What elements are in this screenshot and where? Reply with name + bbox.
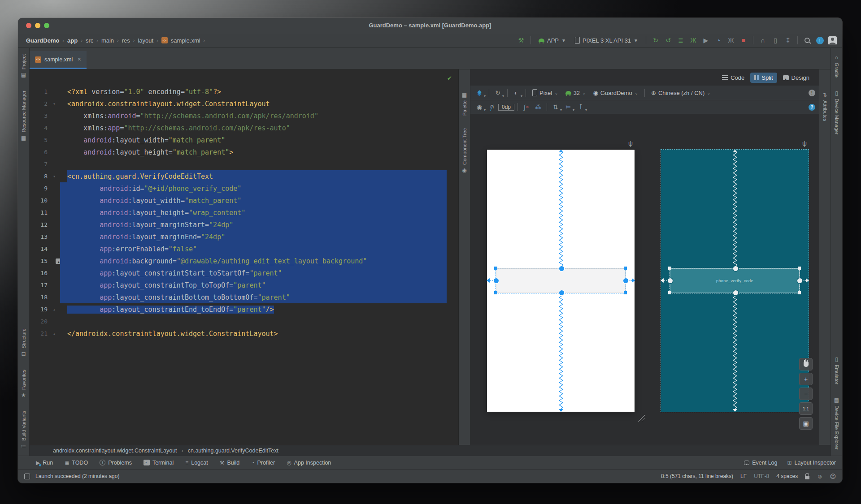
zoom-actual-size-button[interactable]: 1:1 [799, 402, 813, 415]
tab-component-tree[interactable]: Component Tree ◉ [462, 128, 467, 173]
code-line-1[interactable]: 1<?xml version="1.0" encoding="utf-8"?> [30, 86, 458, 98]
happy-feedback-icon[interactable]: ☺ [817, 473, 822, 480]
code-line-15[interactable]: 15▲ android:background="@drawable/authin… [30, 255, 458, 267]
code-line-19[interactable]: 19▴ app:layout_constraintEnd_toEndOf="pa… [30, 303, 458, 315]
toolwindow-todo[interactable]: ≣TODO [65, 460, 88, 466]
tab-sample-xml[interactable]: <> sample.xml ✕ [30, 51, 87, 69]
help-icon[interactable]: ? [809, 104, 815, 111]
zoom-to-fit-button[interactable]: ▣ [799, 417, 813, 430]
apply-code-changes-icon[interactable]: ≣ [675, 35, 686, 45]
view-options-icon[interactable]: ◉ [474, 102, 485, 112]
sidebar-item-device-manager[interactable]: ▯Device Manager [834, 90, 839, 134]
code-line-5[interactable]: 5 android:layout_width="match_parent" [30, 134, 458, 146]
sidebar-item-structure[interactable]: Structure⊟ [21, 328, 26, 357]
toolwindow-build[interactable]: ⚒Build [220, 460, 240, 466]
design-surface[interactable]: ψψphone_verify_code+−1:1▣ [470, 114, 819, 445]
design-surface-select-icon[interactable]: ◆ [474, 87, 485, 97]
caret-position[interactable]: 8:5 (571 chars, 11 line breaks) [661, 473, 733, 479]
breadcrumb-item-app[interactable]: app [67, 37, 78, 44]
constraint-anchor[interactable] [668, 278, 673, 283]
code-line-16[interactable]: 16 app:layout_constraintStart_toStartOf=… [30, 267, 458, 279]
breadcrumb-item-sample-xml[interactable]: sample.xml [171, 37, 200, 44]
minimize-window-button[interactable] [35, 23, 40, 28]
xml-breadcrumb-item[interactable]: cn.authing.guard.VerifyCodeEditText [188, 448, 278, 454]
resize-handle[interactable] [798, 291, 801, 294]
code-line-21[interactable]: 21▴</androidx.constraintlayout.widget.Co… [30, 327, 458, 340]
constraint-anchor[interactable] [623, 278, 628, 283]
night-mode-icon[interactable]: ◐ [511, 88, 522, 98]
constraint-anchor[interactable] [494, 278, 499, 283]
toolwindow-layout-inspector[interactable]: ⊞Layout Inspector [787, 460, 836, 466]
toolwindow-profiler[interactable]: ◔Profiler [251, 460, 275, 466]
sync-project-gradle-icon[interactable]: ∩ [757, 35, 768, 45]
resize-handle[interactable] [624, 267, 627, 270]
write-access-lock-icon[interactable] [805, 476, 809, 479]
preview-default-device[interactable]: ψ [487, 150, 635, 412]
align-icon[interactable]: ⊨ [563, 102, 574, 112]
code-line-6[interactable]: 6 android:layout_height="match_parent"> [30, 146, 458, 158]
infer-constraints-icon[interactable]: ⁂ [533, 102, 544, 112]
zoom-out-button[interactable]: − [799, 388, 813, 400]
toolwindow-run[interactable]: ▶Run [36, 460, 53, 466]
profiler-icon[interactable]: ◔ [713, 35, 724, 45]
autoconnect-off-icon[interactable]: ∪ [487, 102, 497, 112]
code-line-10[interactable]: 10 android:layout_width="match_parent" [30, 194, 458, 207]
zoom-in-button[interactable]: + [799, 373, 813, 385]
resize-handle[interactable] [798, 267, 801, 270]
code-line-3[interactable]: 3 xmlns:android="http://schemas.android.… [30, 110, 458, 122]
resize-handle[interactable] [624, 291, 627, 294]
resize-handle[interactable] [668, 267, 671, 270]
zoom-window-button[interactable] [44, 23, 49, 28]
target-device-select[interactable]: PIXEL 3 XL API 31 ▼ [571, 35, 642, 46]
tab-palette[interactable]: ▦ Palette [462, 92, 467, 116]
issue-panel-icon[interactable]: ! [809, 90, 815, 96]
indent-indicator[interactable]: 4 spaces [776, 473, 798, 479]
fold-marker-icon[interactable]: ▾ [53, 174, 56, 179]
debug-icon[interactable]: Ж [688, 35, 699, 45]
fold-marker-icon[interactable]: ▾ [53, 101, 56, 106]
constraint-anchor[interactable] [559, 266, 564, 271]
xml-breadcrumb-item[interactable]: androidx.constraintlayout.widget.Constra… [53, 448, 177, 454]
breadcrumb-item-res[interactable]: res [122, 37, 130, 44]
code-line-9[interactable]: 9 android:id="@+id/phone_verify_code" [30, 182, 458, 194]
clear-constraints-icon[interactable]: ∫✕ [521, 102, 532, 112]
fold-marker-icon[interactable]: ▴ [53, 331, 56, 336]
default-margin-select[interactable]: 0dp [498, 104, 514, 111]
canvas-resize-grip[interactable] [638, 414, 645, 422]
fold-marker-icon[interactable]: ▴ [53, 307, 56, 312]
close-tab-icon[interactable]: ✕ [77, 56, 81, 62]
run-configuration-select[interactable]: APP ▼ [535, 35, 570, 46]
tab-attributes[interactable]: ⇅ Attributes [822, 92, 828, 121]
code-line-2[interactable]: 2▾<androidx.constraintlayout.widget.Cons… [30, 98, 458, 110]
stop-icon[interactable]: ■ [738, 35, 749, 45]
inspection-ok-icon[interactable]: ✔ [447, 75, 452, 82]
profile-avatar-icon[interactable] [827, 35, 838, 45]
mode-split-button[interactable]: Split [750, 73, 777, 83]
close-window-button[interactable] [26, 23, 31, 28]
sidebar-item-build-variants[interactable]: Build Variants≔ [21, 411, 26, 449]
line-ending-indicator[interactable]: LF [740, 473, 747, 479]
breadcrumb-item-src[interactable]: src [86, 37, 93, 44]
resize-handle[interactable] [494, 291, 497, 294]
guidelines-icon[interactable]: I [575, 102, 586, 112]
attach-debugger-icon[interactable]: Ж [726, 35, 736, 45]
resize-handle[interactable] [494, 267, 497, 270]
breadcrumb-item-guarddemo[interactable]: GuardDemo [26, 37, 59, 44]
pan-tool-button[interactable] [799, 358, 813, 370]
breadcrumb-item-main[interactable]: main [101, 37, 114, 44]
toolwindow-problems[interactable]: !Problems [100, 460, 132, 466]
tool-window-switcher-icon[interactable] [24, 474, 30, 479]
code-line-12[interactable]: 12 android:layout_marginStart="24dp" [30, 219, 458, 231]
code-line-18[interactable]: 18 app:layout_constraintBottom_toBottomO… [30, 291, 458, 303]
locale-select[interactable]: ⊕ Chinese (zh / CN) ⌄ [648, 90, 714, 96]
toolwindow-app-inspection[interactable]: ◎App Inspection [287, 460, 331, 466]
sidebar-item-device-file-explorer[interactable]: ▤Device File Explorer [834, 397, 839, 449]
apply-changes-icon[interactable]: ↺ [663, 35, 674, 45]
toolwindow-logcat[interactable]: ≡Logcat [185, 460, 208, 466]
orientation-icon[interactable]: ↻ [492, 88, 503, 98]
code-line-4[interactable]: 4 xmlns:app="http://schemas.android.com/… [30, 122, 458, 134]
device-for-preview-select[interactable]: Pixel ⌄ [529, 89, 561, 96]
code-line-8[interactable]: 8▾<cn.authing.guard.VerifyCodeEditText [30, 170, 458, 182]
mode-code-button[interactable]: Code [718, 73, 748, 83]
code-line-14[interactable]: 14 app:errorEnabled="false" [30, 243, 458, 255]
